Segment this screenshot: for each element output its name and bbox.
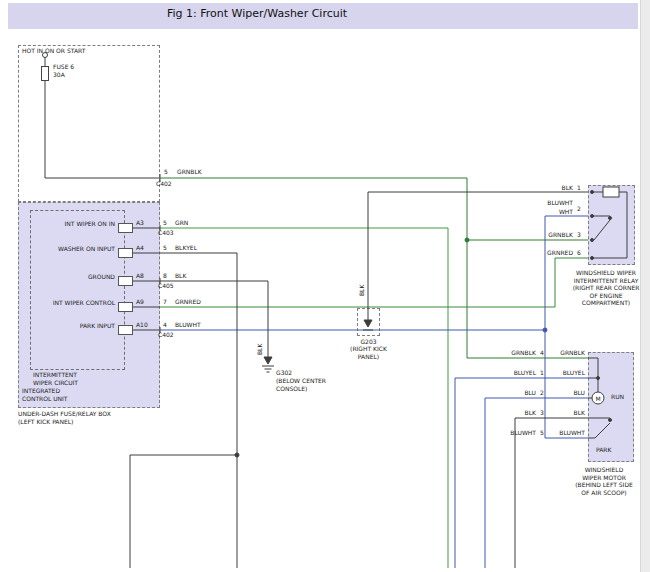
motor-wire-color-right: GRNBLK <box>547 349 585 357</box>
fuse-relay-box-caption: UNDER-DASH FUSE/RELAY BOX (LEFT KICK PAN… <box>18 410 111 425</box>
icu-pin-terminal-a10 <box>118 325 133 335</box>
wire-color-label: BLK <box>175 272 186 280</box>
wire-pin-number: 4 <box>163 321 167 329</box>
icu-pin-name: PARK INPUT <box>32 322 115 330</box>
motor-wire-color-right: BLU <box>547 389 585 397</box>
motor-pin-number: 5 <box>540 429 544 437</box>
feed-wire-connector-label: C402 <box>156 180 172 188</box>
feed-wire-pin-number: 5 <box>164 168 168 176</box>
icu-pin-name: INT WIPER CONTROL <box>32 299 115 307</box>
motor-wire-color-left: BLUWHT <box>496 429 536 437</box>
ground-g203-symbol <box>363 308 373 330</box>
relay-pin-number: 2 <box>577 205 581 213</box>
relay-wire-color-label: WHT <box>546 208 573 216</box>
icu-pin-name: INT WIPER ON IN <box>32 220 115 228</box>
icu-pin-id: A10 <box>136 321 148 329</box>
wiring-layer <box>0 0 650 572</box>
icu-pin-name: GROUND <box>32 273 115 281</box>
relay-caption: WINDSHIELD WIPER INTERMITTENT RELAY (RIG… <box>570 269 642 307</box>
connector-label: C403 <box>158 229 174 237</box>
motor-wire-color-right: BLUYEL <box>547 369 585 377</box>
icu-pin-terminal-a9 <box>118 302 133 312</box>
icu-pin-id: A4 <box>136 244 144 252</box>
g302-wire-color-label: BLK <box>256 344 264 355</box>
connector-label: C405 <box>158 282 174 290</box>
fuse-name-label: FUSE 6 <box>53 63 74 71</box>
icu-pin-id: A3 <box>136 219 144 227</box>
relay-wire-color-label: BLK <box>546 184 573 192</box>
motor-pin-number: 2 <box>540 389 544 397</box>
icu-pin-terminal-a8 <box>118 276 133 286</box>
feed-wire-color-label: GRNBLK <box>177 168 202 176</box>
relay-wire-color-label: GRNBLK <box>524 231 573 239</box>
icu-unit-caption: INTEGRATED CONTROL UNIT <box>22 387 68 402</box>
motor-pin-number: 4 <box>540 349 544 357</box>
connector-label: C402 <box>158 331 174 339</box>
relay-wire-color-label: BLUWHT <box>524 199 573 207</box>
wire-pin-number: 7 <box>163 298 167 306</box>
wire-grnred-net <box>160 258 588 307</box>
relay-pin-number: 3 <box>577 231 581 239</box>
motor-wire-color-right: BLK <box>547 409 585 417</box>
wire-pin-number: 8 <box>163 272 167 280</box>
relay-wire-color-label: GRNRED <box>524 249 573 257</box>
wiring-diagram-page: Fig 1: Front Wiper/Washer Circuit <box>0 0 650 572</box>
wire-color-label: GRNRED <box>175 298 201 306</box>
wire-pin-number: 5 <box>163 244 167 252</box>
motor-wire-color-right: BLUWHT <box>547 429 585 437</box>
icu-pin-name: WASHER ON INPUT <box>32 245 115 253</box>
icu-pin-terminal-a3 <box>118 223 133 233</box>
wire-color-label: BLUWHT <box>175 321 201 329</box>
g302-location: (BELOW CENTER CONSOLE) <box>276 377 326 392</box>
motor-wire-color-left: BLUYEL <box>496 369 536 377</box>
icu-pin-terminal-a4 <box>118 248 133 258</box>
wire-color-label: BLKYEL <box>175 244 197 252</box>
icu-pin-id: A8 <box>136 272 144 280</box>
relay-internals <box>591 187 628 260</box>
motor-wire-color-left: BLU <box>496 389 536 397</box>
motor-pin-number: 3 <box>540 409 544 417</box>
ground-g302-symbol <box>262 357 274 372</box>
motor-pin-number: 1 <box>540 369 544 377</box>
motor-wire-color-left: BLK <box>496 409 536 417</box>
g302-id: G302 <box>276 369 292 377</box>
motor-symbol-label: M <box>594 395 602 403</box>
g203-location: (RIGHT KICK PANEL) <box>340 345 397 360</box>
hot-feed-label: HOT IN ON OR START <box>22 47 85 55</box>
icu-pin-id: A9 <box>136 298 144 306</box>
icu-circuit-caption: INTERMITTENT WIPER CIRCUIT <box>33 371 78 386</box>
motor-caption: WINDSHIELD WIPER MOTOR (BEHIND LEFT SIDE… <box>566 466 642 496</box>
fuse-rating-label: 30A <box>53 71 65 79</box>
g203-wire-color-label: BLK <box>358 285 366 296</box>
relay-pin-number: 1 <box>577 184 581 192</box>
wire-color-label: GRN <box>175 219 188 227</box>
motor-park-label: PARK <box>596 446 611 454</box>
motor-run-label: RUN <box>611 393 624 401</box>
wire-pin-number: 5 <box>163 219 167 227</box>
wire-black-nets <box>130 192 588 568</box>
wire-grn-net <box>160 228 448 568</box>
motor-wire-color-left: GRNBLK <box>496 349 536 357</box>
relay-pin-number: 6 <box>577 249 581 257</box>
